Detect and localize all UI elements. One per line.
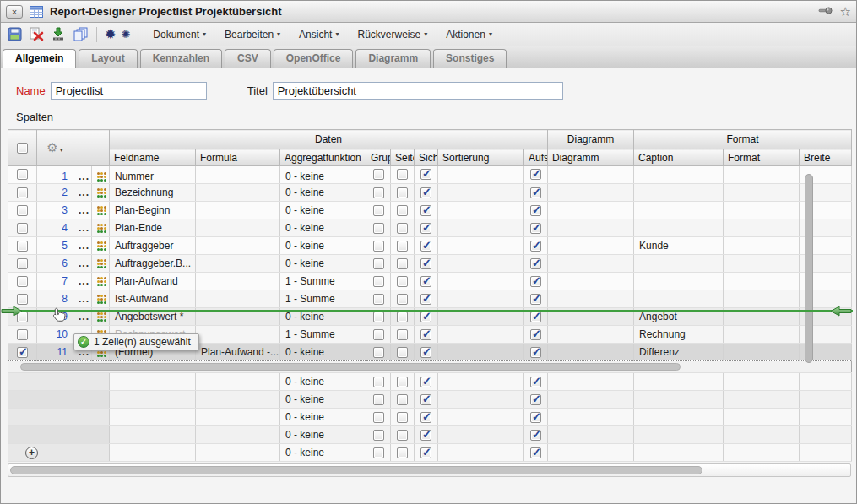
drag-handle-icon[interactable] <box>97 224 106 233</box>
tab-sonstiges[interactable]: Sonstiges <box>433 49 507 68</box>
grup-checkbox[interactable] <box>373 430 384 441</box>
row-select-checkbox[interactable] <box>17 205 28 216</box>
cell-caption[interactable] <box>634 290 724 308</box>
cell-aggregatfunktion[interactable]: 1 - Summe <box>280 290 366 308</box>
cell-sortierung[interactable] <box>438 184 524 202</box>
cell-diagramm[interactable] <box>548 166 634 184</box>
drag-handle-icon[interactable] <box>97 172 106 182</box>
empty-grid-row[interactable]: 0 - keine <box>8 409 852 426</box>
cell-caption[interactable] <box>634 444 724 462</box>
cell-format[interactable] <box>724 426 800 444</box>
grid-row[interactable]: 7...Plan-Aufwand1 - Summe <box>8 273 852 290</box>
row-number[interactable]: 4 <box>37 219 73 237</box>
gear-icon[interactable]: ⚙ <box>46 140 57 154</box>
cell-format[interactable] <box>724 255 800 273</box>
aufs-checkbox[interactable] <box>530 223 541 234</box>
cell-formula[interactable] <box>196 184 280 202</box>
cell-format[interactable] <box>724 391 800 409</box>
cell-format[interactable] <box>724 373 800 391</box>
cell-aggregatfunktion[interactable]: 0 - keine <box>280 184 366 202</box>
cell-diagramm[interactable] <box>548 373 634 391</box>
tab-allgemein[interactable]: Allgemein <box>3 49 76 68</box>
seite-checkbox[interactable] <box>397 258 408 269</box>
grup-checkbox[interactable] <box>373 276 384 287</box>
sicht-checkbox[interactable] <box>420 394 431 405</box>
cell-sortierung[interactable] <box>438 344 524 361</box>
cell-sortierung[interactable] <box>438 219 524 237</box>
row-select-checkbox[interactable] <box>17 223 28 234</box>
tab-openoffice[interactable]: OpenOffice <box>274 49 354 68</box>
select-all-checkbox[interactable] <box>17 143 28 154</box>
sicht-checkbox[interactable] <box>420 294 431 305</box>
cell-format[interactable] <box>724 237 800 255</box>
drag-handle-icon[interactable] <box>97 259 106 268</box>
cell-aggregatfunktion[interactable]: 1 - Summe <box>280 273 366 290</box>
empty-grid-row[interactable]: 0 - keine <box>8 426 852 444</box>
cell-formula[interactable] <box>196 290 280 308</box>
grup-checkbox[interactable] <box>373 205 384 216</box>
cell-feldname[interactable] <box>110 391 196 409</box>
cell-caption[interactable] <box>634 409 724 426</box>
cell-diagramm[interactable] <box>548 409 634 426</box>
cell-diagramm[interactable] <box>548 184 634 202</box>
cell-sortierung[interactable] <box>438 255 524 273</box>
aufs-checkbox[interactable] <box>530 241 541 252</box>
cell-format[interactable] <box>724 184 800 202</box>
row-number[interactable]: 5 <box>37 237 73 255</box>
cell-caption[interactable] <box>634 391 724 409</box>
cell-sortierung[interactable] <box>438 426 524 444</box>
cell-feldname[interactable] <box>110 373 196 391</box>
cell-sortierung[interactable] <box>438 273 524 290</box>
cell-caption[interactable]: Differenz <box>634 344 724 361</box>
cell-breite[interactable] <box>800 373 852 391</box>
drag-handle-icon[interactable] <box>97 277 106 286</box>
menu-ansicht[interactable]: Ansicht▾ <box>292 27 345 42</box>
cell-formula[interactable]: Plan-Aufwand -... <box>196 344 280 361</box>
menu-bearbeiten[interactable]: Bearbeiten▾ <box>218 27 287 42</box>
grup-checkbox[interactable] <box>373 169 384 180</box>
cell-caption[interactable] <box>634 184 724 202</box>
cell-diagramm[interactable] <box>548 326 634 344</box>
cell-formula[interactable] <box>196 373 280 391</box>
sicht-checkbox[interactable] <box>420 412 431 423</box>
grup-checkbox[interactable] <box>373 258 384 269</box>
row-select-checkbox[interactable] <box>17 294 28 305</box>
cell-formula[interactable] <box>196 273 280 290</box>
row-menu-button[interactable]: ... <box>73 290 92 308</box>
cell-formula[interactable] <box>196 409 280 426</box>
sicht-checkbox[interactable] <box>420 377 431 387</box>
tab-diagramm[interactable]: Diagramm <box>355 49 431 68</box>
cell-aggregatfunktion[interactable]: 0 - keine <box>280 373 366 391</box>
aufs-checkbox[interactable] <box>530 169 541 180</box>
cell-caption[interactable] <box>634 273 724 290</box>
sicht-checkbox[interactable] <box>420 169 431 180</box>
cell-breite[interactable] <box>800 426 852 444</box>
sicht-checkbox[interactable] <box>420 258 431 269</box>
delete-icon[interactable] <box>28 27 45 42</box>
cell-sortierung[interactable] <box>438 202 524 219</box>
cell-aggregatfunktion[interactable]: 0 - keine <box>280 202 366 219</box>
seite-checkbox[interactable] <box>397 205 408 216</box>
drag-handle-icon[interactable] <box>97 295 106 304</box>
cell-feldname[interactable]: Auftraggeber.B... <box>110 255 196 273</box>
seite-checkbox[interactable] <box>397 187 408 198</box>
empty-grid-row[interactable]: 0 - keine <box>8 391 852 409</box>
cell-aggregatfunktion[interactable]: 0 - keine <box>280 219 366 237</box>
cell-aggregatfunktion[interactable]: 0 - keine <box>280 444 366 462</box>
recalculate-options-icon[interactable]: ✺ <box>121 27 130 42</box>
seite-checkbox[interactable] <box>397 329 408 340</box>
grup-checkbox[interactable] <box>373 329 384 340</box>
cell-formula[interactable] <box>196 426 280 444</box>
sicht-checkbox[interactable] <box>420 430 431 441</box>
row-select-checkbox[interactable] <box>17 258 28 269</box>
cell-caption[interactable] <box>634 373 724 391</box>
cell-format[interactable] <box>724 290 800 308</box>
horizontal-scrollbar-thumb[interactable] <box>20 363 681 371</box>
drag-handle-icon[interactable] <box>97 312 106 322</box>
row-number[interactable]: 10 <box>37 326 73 344</box>
cell-diagramm[interactable] <box>548 290 634 308</box>
grup-checkbox[interactable] <box>373 347 384 358</box>
grup-checkbox[interactable] <box>373 187 384 198</box>
seite-checkbox[interactable] <box>397 394 408 405</box>
copy-icon[interactable] <box>72 27 89 42</box>
